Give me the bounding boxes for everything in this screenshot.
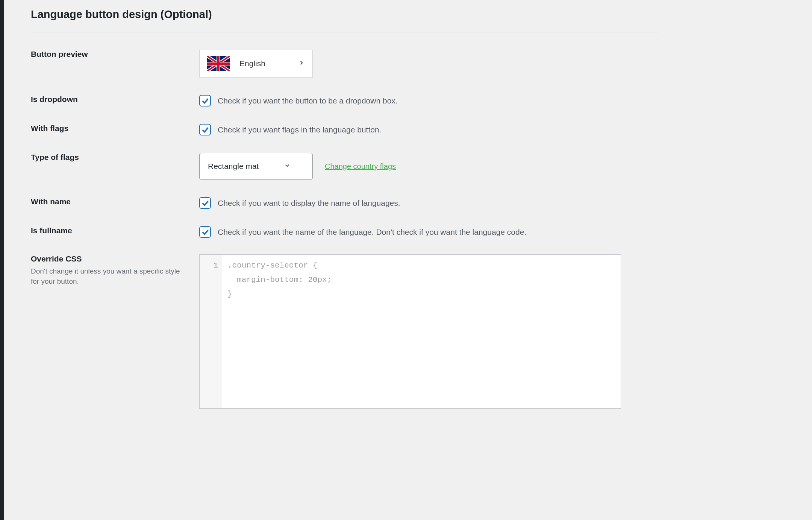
flag-type-select[interactable]: Rectangle mat <box>199 153 313 180</box>
code-gutter: 1 <box>200 255 222 408</box>
svg-rect-4 <box>207 62 230 65</box>
admin-sidebar-strip <box>0 0 4 520</box>
row-label-flag-type: Type of flags <box>31 135 199 180</box>
checkbox-flags-label: Check if you want flags in the language … <box>218 125 381 134</box>
checkbox-flags[interactable] <box>199 124 211 135</box>
override-css-editor[interactable]: 1 .country-selector { margin-bottom: 20p… <box>199 254 621 409</box>
row-label-withname: With name <box>31 180 199 209</box>
checkbox-fullname-label: Check if you want the name of the langua… <box>218 228 526 237</box>
checkbox-dropdown-label: Check if you want the button to be a dro… <box>218 96 398 105</box>
change-country-flags-link[interactable]: Change country flags <box>325 162 396 171</box>
row-label-dropdown: Is dropdown <box>31 78 199 106</box>
uk-flag-icon <box>207 56 239 71</box>
checkbox-fullname[interactable] <box>199 226 211 238</box>
button-preview[interactable]: English <box>199 50 313 78</box>
row-label-flags: With flags <box>31 106 199 135</box>
preview-language-text: English <box>239 59 265 68</box>
checkbox-withname-label: Check if you want to display the name of… <box>218 199 400 208</box>
checkbox-dropdown[interactable] <box>199 95 211 106</box>
row-label-override: Override CSS <box>31 254 82 263</box>
row-label-fullname: Is fullname <box>31 209 199 238</box>
flag-type-select-value: Rectangle mat <box>208 162 259 171</box>
row-sublabel-override: Don't change it unless you want a specif… <box>31 266 188 286</box>
chevron-right-icon <box>298 59 305 68</box>
section-title: Language button design (Optional) <box>31 8 684 32</box>
checkbox-withname[interactable] <box>199 197 211 209</box>
code-content: .country-selector { margin-bottom: 20px;… <box>222 255 621 408</box>
chevron-down-icon <box>284 162 291 171</box>
row-label-preview: Button preview <box>31 32 199 78</box>
line-number: 1 <box>200 258 218 273</box>
